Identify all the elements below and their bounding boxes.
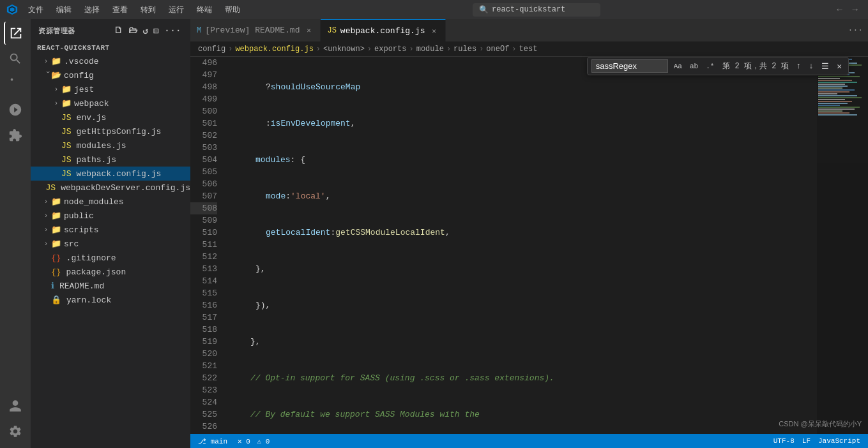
- tree-item-paths[interactable]: JS paths.js: [31, 153, 190, 167]
- tree-item-config[interactable]: › 📂 config: [31, 68, 190, 82]
- breadcrumb-file[interactable]: webpack.config.js: [235, 45, 313, 54]
- find-case-sensitive[interactable]: Aa: [671, 61, 685, 72]
- activity-account[interactable]: [4, 394, 27, 417]
- label-src: src: [64, 239, 79, 249]
- tree-item-src[interactable]: › 📁 src: [31, 237, 190, 251]
- activity-settings[interactable]: [4, 420, 27, 443]
- tab-webpack-config[interactable]: JS webpack.config.js ✕: [321, 19, 446, 41]
- js-icon-https: JS: [61, 127, 72, 137]
- breadcrumb-sep-4: ›: [409, 45, 413, 54]
- refresh-icon[interactable]: ↺: [141, 24, 149, 38]
- activity-extensions[interactable]: [4, 124, 27, 147]
- tree-item-webpackconfig[interactable]: JS webpack.config.js: [31, 167, 190, 181]
- window-controls: ← →: [833, 4, 862, 15]
- tree-item-getHttpsConfig[interactable]: JS getHttpsConfig.js: [31, 124, 190, 138]
- menu-goto[interactable]: 转到: [135, 3, 161, 17]
- activity-bottom: [4, 394, 27, 448]
- label-gitignore: .gitignore: [66, 253, 116, 263]
- status-encoding[interactable]: UTF-8: [771, 437, 797, 445]
- find-prev[interactable]: ↑: [794, 60, 804, 72]
- find-close[interactable]: ✕: [834, 60, 844, 73]
- tab-more-button[interactable]: ···: [843, 26, 868, 35]
- menu-help[interactable]: 帮助: [220, 3, 245, 17]
- tree-item-envjs[interactable]: JS env.js: [31, 110, 190, 124]
- status-language[interactable]: JavaScript: [816, 437, 863, 445]
- tree-item-gitignore[interactable]: {} .gitignore: [31, 251, 190, 265]
- folder-arrow-nodemodules: ›: [41, 197, 51, 207]
- project-name: REACT-QUICKSTART: [37, 44, 110, 52]
- find-regex[interactable]: .*: [703, 61, 717, 72]
- activity-explorer[interactable]: [4, 22, 27, 45]
- activity-git[interactable]: [4, 73, 27, 96]
- find-next[interactable]: ↓: [806, 60, 816, 72]
- menu-terminal[interactable]: 终端: [192, 3, 217, 17]
- lock-icon: 🔒: [51, 295, 61, 305]
- code-line-502: }),: [227, 299, 817, 311]
- folder-arrow-public: ›: [41, 211, 51, 221]
- find-list[interactable]: ☰: [819, 60, 832, 73]
- md-icon: ℹ: [51, 281, 54, 291]
- tab-bar: M [Preview] README.md ✕ JS webpack.confi…: [190, 19, 868, 41]
- tree-item-vscode[interactable]: › 📁 .vscode: [31, 54, 190, 68]
- watermark: CSDN @呆呆敲代码的小Y: [779, 419, 862, 429]
- warning-icon: ⚠: [257, 438, 261, 445]
- folder-arrow-src: ›: [41, 239, 51, 249]
- git-branch-name: main: [211, 438, 227, 445]
- breadcrumb-config[interactable]: config: [198, 45, 225, 54]
- code-line-500: getLocalIdent: getCSSModuleLocalIdent,: [227, 227, 817, 239]
- nav-back[interactable]: ←: [833, 4, 846, 15]
- menu-edit[interactable]: 编辑: [51, 3, 77, 17]
- tree-item-yarnlock[interactable]: 🔒 yarn.lock: [31, 293, 190, 307]
- breadcrumb-test[interactable]: test: [519, 45, 538, 54]
- label-packagejson: package.json: [66, 267, 126, 277]
- sidebar: 资源管理器 🗋 🗁 ↺ ⊟ ··· REACT-QUICKSTART › 📁 .…: [31, 19, 190, 448]
- main-layout: 资源管理器 🗋 🗁 ↺ ⊟ ··· REACT-QUICKSTART › 📁 .…: [0, 19, 868, 448]
- label-nodemodules: node_modules: [64, 197, 124, 207]
- tab-close-webpack[interactable]: ✕: [429, 26, 439, 36]
- status-right: UTF-8 LF JavaScript: [771, 437, 863, 445]
- new-file-icon[interactable]: 🗋: [112, 24, 125, 38]
- activity-search[interactable]: [4, 47, 27, 70]
- breadcrumb-unknown[interactable]: <unknown>: [323, 45, 365, 54]
- tab-icon-readme: M: [197, 26, 201, 35]
- find-input[interactable]: [591, 59, 668, 73]
- menu-select[interactable]: 选择: [79, 3, 105, 17]
- breadcrumb-exports[interactable]: exports: [374, 45, 406, 54]
- menu-file[interactable]: 文件: [23, 3, 49, 17]
- tree-item-webpackdevserver[interactable]: JS webpackDevServer.config.js: [31, 181, 190, 195]
- find-whole-word[interactable]: ab: [687, 61, 701, 72]
- nav-forward[interactable]: →: [849, 4, 862, 15]
- menu-view[interactable]: 查看: [107, 3, 133, 17]
- status-errors[interactable]: ✕ 0 ⚠ 0: [235, 437, 272, 445]
- sidebar-title: 资源管理器: [38, 26, 75, 36]
- more-icon[interactable]: ···: [163, 24, 183, 38]
- code-content[interactable]: ? shouldUseSourceMap : isEnvDevelopment,…: [222, 57, 817, 434]
- folder-icon-src: 📁: [51, 239, 61, 249]
- folder-icon-public: 📁: [51, 211, 61, 221]
- tree-item-scripts[interactable]: › 📁 scripts: [31, 223, 190, 237]
- folder-arrow-vscode: ›: [41, 56, 51, 66]
- activity-debug[interactable]: [4, 98, 27, 121]
- tree-item-jest[interactable]: › 📁 jest: [31, 82, 190, 96]
- tab-readme-preview[interactable]: M [Preview] README.md ✕: [190, 19, 321, 41]
- tree-item-public[interactable]: › 📁 public: [31, 209, 190, 223]
- warning-count: 0: [266, 438, 270, 445]
- tab-close-readme[interactable]: ✕: [303, 26, 314, 36]
- tree-item-nodemodules[interactable]: › 📁 node_modules: [31, 195, 190, 209]
- find-widget: Aa ab .* 第 2 项，共 2 项 ↑ ↓ ☰ ✕: [587, 57, 849, 75]
- code-line-505: // By default we support SASS Modules wi…: [227, 408, 817, 421]
- status-line-ending[interactable]: LF: [800, 437, 813, 445]
- status-git-branch[interactable]: ⎇ main: [195, 437, 230, 445]
- tree-item-webpack[interactable]: › 📁 webpack: [31, 96, 190, 110]
- breadcrumb-rules[interactable]: rules: [453, 45, 476, 54]
- tree-item-readme[interactable]: ℹ README.md: [31, 279, 190, 293]
- breadcrumb-module[interactable]: module: [416, 45, 444, 54]
- tree-item-modules[interactable]: JS modules.js: [31, 138, 190, 153]
- tree-item-packagejson[interactable]: {} package.json: [31, 265, 190, 279]
- code-editor: 496 497 498 499 500 501 502 503 504 505 …: [190, 57, 868, 434]
- menu-run[interactable]: 运行: [164, 3, 189, 17]
- collapse-icon[interactable]: ⊟: [152, 24, 160, 38]
- global-search-bar[interactable]: 🔍 react-quickstart: [473, 3, 600, 17]
- new-folder-icon[interactable]: 🗁: [127, 24, 139, 38]
- breadcrumb-oneof[interactable]: oneOf: [486, 45, 509, 54]
